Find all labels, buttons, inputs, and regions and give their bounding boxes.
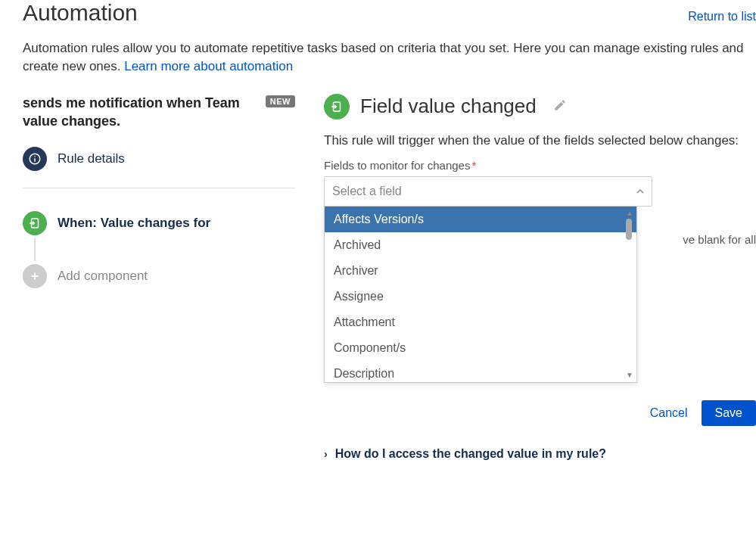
fields-select-input[interactable]: Select a field (324, 176, 652, 207)
help-accordion-label: How do I access the changed value in my … (335, 447, 606, 461)
learn-more-link[interactable]: Learn more about automation (124, 59, 293, 73)
required-asterisk: * (471, 159, 476, 172)
step-connector (34, 238, 36, 261)
scroll-up-arrow-icon: ▲ (626, 210, 633, 217)
field-option-attachment[interactable]: Attachment (325, 309, 636, 335)
cancel-button[interactable]: Cancel (650, 406, 688, 420)
field-option-affects-versions[interactable]: Affects Version/s (325, 207, 636, 232)
add-component-label: Add component (58, 269, 148, 284)
form-actions: Cancel Save (324, 400, 756, 426)
rule-steps-sidebar: sends me notification when Team value ch… (23, 94, 303, 461)
page-description: Automation rules allow you to automate r… (23, 39, 756, 76)
trigger-header-icon (324, 94, 350, 120)
fields-to-monitor-label: Fields to monitor for changes* (324, 159, 756, 172)
save-button[interactable]: Save (702, 400, 756, 426)
plus-icon (23, 264, 47, 288)
trigger-title: Field value changed (360, 95, 537, 118)
rule-name: sends me notification when Team value ch… (23, 94, 258, 131)
rule-details-step[interactable]: Rule details (23, 147, 295, 171)
svg-point-2 (34, 156, 36, 157)
divider (23, 188, 295, 188)
add-component-step[interactable]: Add component (23, 264, 295, 288)
scroll-down-arrow-icon: ▼ (626, 371, 633, 379)
leave-blank-hint-fragment: ve blank for all (683, 233, 756, 246)
field-option-assignee[interactable]: Assignee (325, 284, 636, 309)
field-option-archived[interactable]: Archived (325, 232, 636, 258)
rule-details-label: Rule details (58, 151, 125, 166)
new-badge: NEW (266, 95, 295, 107)
trigger-step-label: When: Value changes for (58, 216, 210, 231)
dropdown-scrollbar[interactable]: ▲ ▼ (624, 210, 635, 379)
trigger-icon (23, 211, 47, 235)
field-option-archiver[interactable]: Archiver (325, 258, 636, 284)
scrollbar-thumb[interactable] (626, 219, 632, 240)
fields-dropdown[interactable]: Affects Version/s Archived Archiver Assi… (324, 206, 637, 383)
info-icon (23, 147, 47, 171)
page-title: Automation (23, 0, 138, 26)
field-option-description[interactable]: Description (325, 361, 636, 382)
return-to-list-link[interactable]: Return to list (688, 10, 756, 23)
select-placeholder: Select a field (332, 185, 402, 198)
trigger-step[interactable]: When: Value changes for (23, 211, 295, 235)
edit-icon[interactable] (553, 98, 567, 115)
chevron-right-icon: › (324, 448, 328, 460)
help-accordion[interactable]: › How do I access the changed value in m… (324, 447, 756, 461)
field-option-components[interactable]: Component/s (325, 335, 636, 361)
trigger-description: This rule will trigger when the value of… (324, 133, 756, 148)
caret-up-icon (636, 185, 644, 198)
